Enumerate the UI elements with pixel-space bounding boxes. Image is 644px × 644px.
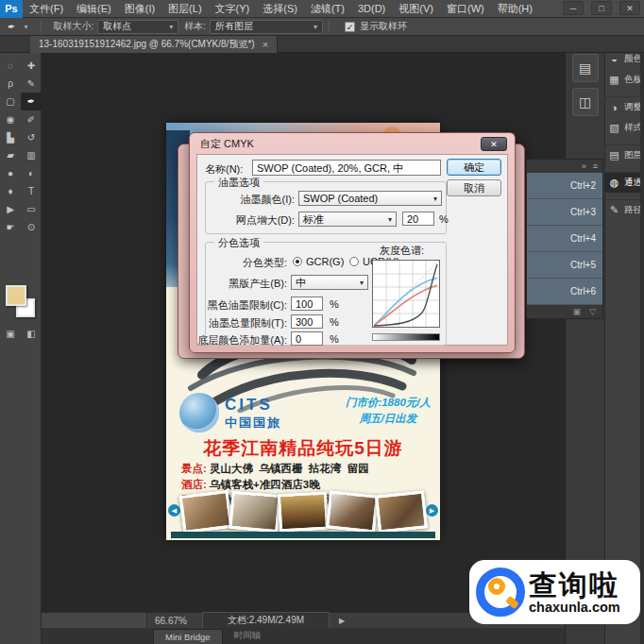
dot-gain-select[interactable]: 标准 ▾ [298,212,397,227]
close-button[interactable]: ✕ [619,1,640,15]
timeline-tab[interactable]: 时间轴 [223,628,273,644]
healing-brush-tool[interactable]: ◉ [0,110,21,128]
maximize-button[interactable]: □ [591,1,612,15]
menu-layer[interactable]: 图层(L) [161,0,208,18]
status-arrow-icon[interactable]: ▶ [339,617,345,625]
blur-tool[interactable]: ● [0,164,21,182]
show-ring-label: 显示取样环 [360,20,407,33]
document-info[interactable]: 文档:2.49M/2.49M [202,612,330,629]
uca-amount-input[interactable]: 0 [291,331,323,346]
tool-preset-button[interactable]: ✒ ▾ [0,22,35,32]
path-select-tool[interactable]: ▶ [0,200,21,218]
price-block: 门市价:1880元/人 周五/日出发 [346,395,431,427]
gradient-tool[interactable]: ▥ [21,146,42,164]
crop-tool[interactable]: ▢ [0,93,21,110]
black-generation-select[interactable]: 中 ▾ [291,275,368,290]
info-panel-icon[interactable]: ◫ [572,88,599,116]
collapse-panel-icon[interactable]: » [582,160,586,173]
gradient-bar [372,333,440,341]
carousel-right-button[interactable]: ▶ [426,504,438,517]
channel-row[interactable]: Ctrl+6 [527,279,602,305]
marquee-tool[interactable]: ◌ [0,57,21,75]
menu-window[interactable]: 窗口(W) [440,0,491,18]
minimize-button[interactable]: ─ [563,1,584,15]
channel-row[interactable]: Ctrl+4 [527,226,602,252]
gcr-radio[interactable] [293,257,302,266]
zoom-tool[interactable]: ⊙ [21,218,42,236]
eraser-tool[interactable]: ▰ [0,146,21,164]
uca-amount-label: 底层颜色添加量(A): [193,333,287,347]
ink-color-label: 油墨颜色(I): [206,193,295,207]
type-tool[interactable]: T [21,182,42,200]
new-channel-icon[interactable]: ▣ [573,305,582,318]
panel-button-styles[interactable]: ▧ 样式 [605,117,644,138]
panel-button-paths[interactable]: ✎ 路径 [605,199,644,220]
screen-mode-button[interactable]: ◧ [26,329,35,339]
separation-type-label: 分色类型: [206,256,287,270]
hand-tool[interactable]: ☛ [0,218,21,236]
flyer-title: 花季江南精品纯玩5日游 [166,436,440,461]
dot-gain-input[interactable]: 20 [402,212,434,226]
history-panel-icon[interactable]: ▤ [572,54,599,82]
sample-layers-select[interactable]: 所有图层 ▾ [210,20,323,34]
mini-bridge-tab[interactable]: Mini Bridge [153,629,223,644]
carousel-left-button[interactable]: ◀ [168,504,180,517]
pen-tool[interactable]: ♦ [0,182,21,200]
chevron-down-icon: ▾ [360,279,364,287]
move-tool[interactable]: ✚ [21,57,42,75]
magnifier-logo-icon [476,568,525,617]
black-ink-limit-input[interactable]: 100 [291,297,323,311]
ink-color-select[interactable]: SWOP (Coated) ▾ [298,191,442,206]
separation-options-group: 分色选项 分色类型: GCR(G) UCR(U) 灰度色谱: [205,242,447,346]
foreground-color-swatch[interactable] [6,285,26,306]
quick-mask-button[interactable]: ▣ [6,329,14,339]
tab-close-icon[interactable]: × [263,39,268,50]
shape-tool[interactable]: ▭ [21,200,42,218]
dodge-tool[interactable]: ◐ [21,164,42,182]
panel-button-channels[interactable]: ◍ 通道 [605,172,644,193]
document-tab[interactable]: 13-160319151912462.jpg @ 66.7%(CMYK/8/预览… [30,36,278,53]
brush-tool[interactable]: ✐ [21,110,42,128]
eyedropper-tool[interactable]: ✒ [21,93,42,110]
black-generation-label: 黑版产生(B): [206,277,287,291]
quick-select-tool[interactable]: ✎ [21,75,42,93]
channels-panel: » ≡ Ctrl+2 Ctrl+3 Ctrl+4 Ctrl+5 Ctrl+6 ▣… [526,159,603,319]
channel-row[interactable]: Ctrl+2 [527,173,602,199]
menu-3d[interactable]: 3D(D) [351,0,392,18]
clone-stamp-tool[interactable]: ▙ [0,128,21,146]
channel-row[interactable]: Ctrl+5 [527,252,602,279]
row-label: 酒店: [181,479,210,490]
menu-filter[interactable]: 滤镜(T) [304,0,351,18]
panel-button-swatches[interactable]: ▦ 色板 [605,69,644,90]
total-ink-limit-input[interactable]: 300 [291,314,323,329]
panel-menu-icon[interactable]: ≡ [593,160,598,173]
menu-type[interactable]: 文字(Y) [209,0,257,18]
show-ring-checkbox[interactable]: ✓ 显示取样环 [345,20,407,33]
ucr-radio[interactable] [349,257,359,266]
custom-cmyk-dialog[interactable]: 自定 CMYK ✕ 名称(N): SWOP (Coated), 20%, GCR… [189,132,516,353]
sample-size-select[interactable]: 取样点 ▾ [97,20,178,34]
menu-help[interactable]: 帮助(H) [491,0,539,18]
menu-image[interactable]: 图像(I) [118,0,161,18]
delete-channel-icon[interactable]: ▽ [589,305,596,318]
dialog-close-button[interactable]: ✕ [481,137,507,151]
history-brush-tool[interactable]: ↺ [21,128,42,146]
sample-size-label: 取样大小: [53,20,93,33]
cancel-button[interactable]: 取消 [447,179,501,196]
menu-edit[interactable]: 编辑(E) [70,0,118,18]
flyer-photo [229,491,280,533]
menu-select[interactable]: 选择(S) [256,0,304,18]
gray-ramp-label: 灰度色谱: [380,244,424,258]
channel-row[interactable]: Ctrl+3 [527,199,602,226]
color-panel-icon: ◒ [608,53,620,64]
ok-button[interactable]: 确定 [447,159,501,176]
gcr-label: GCR(G) [306,256,344,267]
menu-file[interactable]: 文件(F) [23,0,70,18]
panel-button-adjustments[interactable]: ◑ 调整 [605,96,644,117]
menu-view[interactable]: 视图(V) [392,0,440,18]
lasso-tool[interactable]: ρ [0,75,21,93]
zoom-level-field[interactable]: 66.67% [147,616,195,626]
dialog-title: 自定 CMYK [200,137,254,151]
panel-button-layers[interactable]: ▤ 图层 [605,144,644,165]
name-input[interactable]: SWOP (Coated), 20%, GCR, 中 [252,160,441,176]
